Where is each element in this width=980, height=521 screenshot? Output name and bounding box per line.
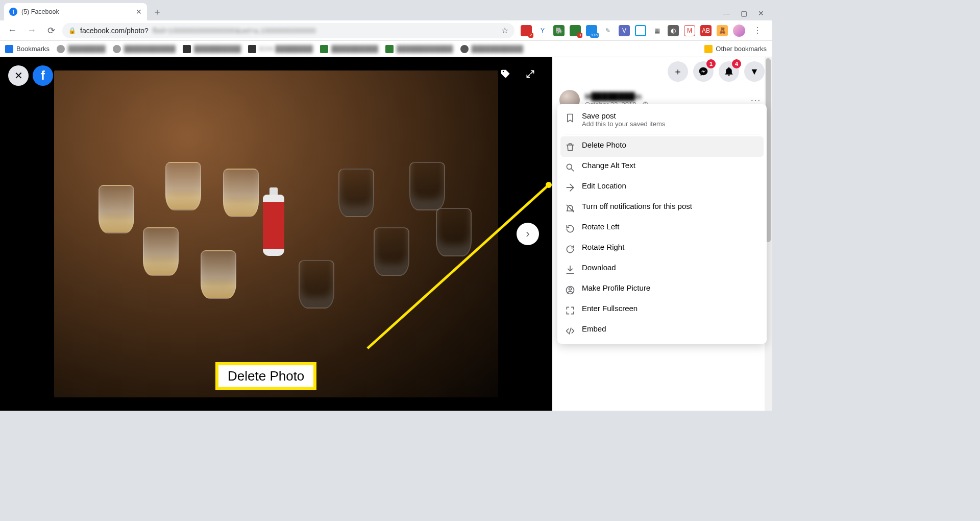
folder-icon: [704, 45, 713, 53]
photo-viewer: ✕ f › Delete Photo: [0, 57, 552, 411]
extension-icons: 2 Y 🐘 3 17h ✎ V ▦ ◐ M AB 🧸 ⋮: [518, 23, 768, 38]
bookmark-item[interactable]: ██████████: [183, 45, 241, 53]
chrome-profile-avatar[interactable]: [733, 25, 745, 37]
author-name[interactable]: M████████in: [585, 92, 649, 101]
menu-turn-off-notifications[interactable]: Turn off notifications for this post: [560, 198, 764, 218]
facebook-logo-icon[interactable]: f: [33, 65, 53, 86]
svg-point-1: [546, 182, 552, 188]
lock-icon: 🔒: [68, 27, 76, 34]
menu-enter-fullscreen[interactable]: Enter Fullscreen: [560, 300, 764, 320]
tag-photo-button[interactable]: [497, 65, 514, 83]
messenger-button[interactable]: 1: [693, 61, 714, 82]
reload-button[interactable]: ⟳: [43, 22, 59, 39]
bell-off-icon: [565, 203, 576, 214]
browser-tab[interactable]: f (5) Facebook ✕: [4, 3, 147, 20]
bm-icon: [248, 45, 256, 53]
menu-edit-location[interactable]: Edit Location: [560, 177, 764, 198]
notifications-badge: 4: [732, 59, 741, 68]
fullscreen-button[interactable]: [522, 65, 539, 83]
extension-icon[interactable]: Y: [537, 25, 548, 36]
annotation-callout: Delete Photo: [215, 362, 316, 390]
bookmark-item[interactable]: Bookmarks: [5, 45, 50, 53]
close-viewer-button[interactable]: ✕: [8, 65, 29, 86]
svg-point-5: [569, 288, 572, 290]
bookmark-icon: [565, 112, 576, 124]
menu-divider: [564, 134, 761, 134]
next-photo-button[interactable]: ›: [517, 223, 539, 245]
close-window-icon[interactable]: ✕: [757, 9, 765, 17]
create-button[interactable]: ＋: [668, 61, 688, 82]
star-icon: [5, 45, 13, 53]
menu-embed[interactable]: Embed: [560, 320, 764, 341]
rotate-right-icon: [565, 244, 576, 255]
bookmarks-label: Bookmarks: [16, 45, 50, 53]
menu-delete-photo[interactable]: Delete Photo: [560, 136, 764, 157]
bookmark-item[interactable]: ████████: [57, 45, 106, 53]
other-bookmarks-label: Other bookmarks: [716, 45, 767, 53]
extension-icon[interactable]: V: [619, 25, 630, 36]
location-icon: [565, 182, 576, 194]
minimize-icon[interactable]: —: [723, 9, 730, 17]
menu-rotate-left[interactable]: Rotate Left: [560, 218, 764, 239]
address-bar[interactable]: 🔒 facebook.com/photo?fbid=10000000000000…: [62, 23, 514, 38]
url-host: facebook.com/photo?: [80, 27, 149, 35]
forward-button[interactable]: →: [23, 22, 40, 39]
extension-icon[interactable]: 🐘: [553, 25, 565, 36]
extension-icon[interactable]: M: [684, 25, 695, 36]
back-button[interactable]: ←: [4, 22, 20, 39]
menu-make-profile-picture[interactable]: Make Profile Picture: [560, 279, 764, 300]
rotate-left-icon: [565, 223, 576, 234]
window-controls: — ▢ ✕: [723, 9, 772, 17]
extension-icon[interactable]: 3: [570, 25, 581, 36]
browser-toolbar: ← → ⟳ 🔒 facebook.com/photo?fbid=10000000…: [0, 20, 772, 41]
extension-icon[interactable]: 17h: [586, 25, 597, 36]
post-options-menu: Save postAdd this to your saved items De…: [557, 104, 767, 344]
tab-close-icon[interactable]: ✕: [136, 8, 142, 16]
maximize-icon[interactable]: ▢: [740, 9, 747, 17]
menu-rotate-right[interactable]: Rotate Right: [560, 239, 764, 259]
extension-icon[interactable]: AB: [700, 25, 712, 36]
svg-point-3: [567, 164, 572, 169]
bookmark-item[interactable]: ████████████: [385, 45, 453, 53]
bookmark-star-icon[interactable]: ☆: [501, 26, 508, 35]
photo-image: [54, 70, 498, 397]
messenger-badge: 1: [706, 59, 716, 68]
url-query-blurred: fbid=10000000000000000&set=a.10000000000…: [153, 27, 316, 35]
facebook-favicon-icon: f: [9, 8, 17, 16]
bm-icon: [57, 45, 65, 53]
menu-download[interactable]: Download: [560, 259, 764, 279]
bm-icon: [460, 45, 469, 53]
bookmark-item[interactable]: EOS ████████: [248, 45, 313, 53]
download-icon: [565, 264, 576, 275]
other-bookmarks-button[interactable]: Other bookmarks: [699, 45, 767, 53]
bookmarks-bar: Bookmarks ████████ ███████████ █████████…: [0, 41, 772, 57]
menu-save-post[interactable]: Save postAdd this to your saved items: [560, 107, 764, 132]
expand-icon: [565, 305, 576, 316]
account-menu-button[interactable]: ▼: [744, 61, 765, 82]
new-tab-button[interactable]: ＋: [150, 5, 164, 19]
bm-icon: [113, 45, 121, 53]
fb-top-buttons: ＋ 1 4 ▼: [552, 57, 772, 86]
extension-icon[interactable]: ✎: [602, 25, 614, 36]
extension-icon[interactable]: ▦: [651, 25, 663, 36]
right-sidebar: ＋ 1 4 ▼ M████████in October 22, 2019 · ⋯: [552, 57, 772, 411]
bm-icon: [320, 45, 328, 53]
extension-icon[interactable]: 2: [521, 25, 532, 36]
search-icon: [565, 162, 576, 173]
bookmark-item[interactable]: ███████████: [113, 45, 176, 53]
bm-icon: [183, 45, 191, 53]
extension-icon[interactable]: 🧸: [717, 25, 728, 36]
trash-icon: [565, 141, 576, 153]
extension-icon[interactable]: ◐: [668, 25, 679, 36]
code-icon: [565, 325, 576, 337]
bookmark-item[interactable]: ███████████: [460, 45, 523, 53]
bookmark-item[interactable]: ██████████: [320, 45, 378, 53]
chrome-menu-button[interactable]: ⋮: [750, 23, 765, 38]
tab-title: (5) Facebook: [21, 8, 59, 15]
profile-icon: [565, 285, 576, 296]
notifications-button[interactable]: 4: [719, 61, 739, 82]
menu-change-alt-text[interactable]: Change Alt Text: [560, 157, 764, 177]
content-area: ✕ f › Delete Photo: [0, 57, 772, 411]
browser-tabbar: f (5) Facebook ✕ ＋ — ▢ ✕: [0, 0, 772, 20]
extension-icon[interactable]: [635, 25, 646, 36]
